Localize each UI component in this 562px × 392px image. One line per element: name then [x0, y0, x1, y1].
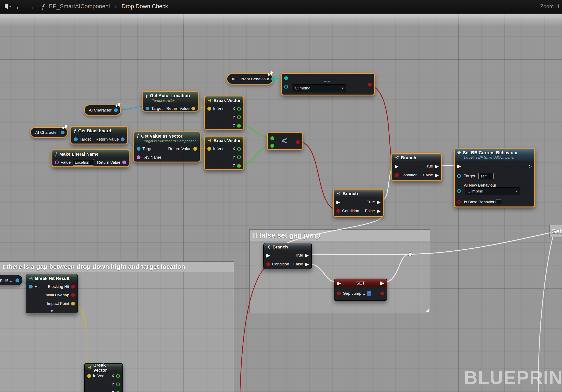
breadcrumb-root[interactable]: BP_SmartAIComponent [49, 3, 110, 10]
z-pin[interactable] [116, 391, 120, 392]
output-pin-bool[interactable] [368, 83, 372, 87]
initial-overlap-pin[interactable] [71, 293, 75, 297]
node-header[interactable]: ƒ Get Blackboard [71, 127, 127, 135]
true-exec-pin[interactable]: ▶ [435, 164, 439, 169]
node-header[interactable]: Break Hit Result [26, 274, 77, 282]
output-pin-enum[interactable] [271, 77, 275, 81]
false-exec-pin[interactable]: ▶ [435, 173, 439, 178]
behaviour-dropdown[interactable]: Climbing ▾ [465, 187, 520, 195]
node-branch-upper[interactable]: Branch ▶ True ▶ Condition False ▶ [392, 153, 442, 181]
node-header[interactable]: ▶ SET ▶ [335, 279, 387, 287]
exec-out-pin[interactable]: ▷ [528, 164, 532, 168]
node-get-blackboard[interactable]: ƒ Get Blackboard Target Return Value [71, 126, 128, 144]
condition-pin[interactable] [336, 209, 340, 213]
node-header[interactable]: ƒ Make Literal Name [52, 150, 129, 158]
x-pin[interactable] [116, 374, 120, 378]
comment-resize-handle[interactable] [425, 308, 429, 312]
node-header[interactable]: Break Vector [85, 364, 122, 372]
condition-pin[interactable] [266, 262, 270, 266]
output-pin-object[interactable] [15, 278, 19, 282]
z-pin[interactable] [237, 164, 241, 168]
node-header[interactable]: Branch [334, 190, 383, 198]
target-pin[interactable] [74, 137, 78, 141]
value-pin[interactable] [55, 160, 59, 164]
node-header[interactable]: ƒ Get Actor Location Target is Actor [143, 92, 198, 104]
y-pin[interactable] [237, 155, 241, 159]
true-exec-pin[interactable]: ▶ [305, 253, 309, 258]
gap-jump-pin[interactable] [337, 291, 341, 295]
enum-dropdown[interactable]: Climbing ▾ [292, 84, 346, 92]
value-text-input[interactable]: Location [73, 159, 94, 166]
node-header[interactable]: ƒ Get Value as Vector Target is Blackboa… [134, 132, 200, 145]
return-value-pin[interactable] [121, 137, 125, 141]
in-vec-pin[interactable] [207, 147, 211, 151]
node-less-than[interactable]: < [267, 133, 303, 150]
input-pin-enum-b[interactable] [284, 85, 288, 89]
gap-jump-checkbox[interactable]: ✓ [367, 291, 371, 296]
return-value-pin[interactable] [193, 147, 197, 151]
false-exec-pin[interactable]: ▶ [377, 209, 381, 213]
back-button[interactable]: ← [15, 2, 23, 11]
y-pin[interactable] [237, 115, 241, 119]
node-set-bb-current-behaviour[interactable]: ❖ Set BB Current Behaviour Target is BP … [454, 149, 535, 207]
node-header[interactable]: Break Vector [205, 96, 244, 104]
node-drop-down-hit-partial[interactable]: Down Hit L [0, 275, 22, 285]
node-break-vector-2[interactable]: Break Vector In Vec X Y Z [204, 136, 244, 170]
ai-new-behaviour-pin[interactable] [457, 189, 461, 193]
node-break-vector-1[interactable]: Break Vector In Vec X Y Z [204, 96, 244, 130]
node-break-hit-result[interactable]: Break Hit Result Hit Blocking Hit Initia… [26, 274, 78, 313]
return-value-pin[interactable] [122, 160, 126, 164]
hit-pin[interactable] [29, 285, 33, 289]
y-pin[interactable] [116, 382, 120, 386]
return-value-pin[interactable] [191, 107, 195, 111]
input-pin-enum-a[interactable] [284, 76, 288, 80]
node-header[interactable]: Break Vector [205, 136, 244, 145]
node-header[interactable]: ❖ Set BB Current Behaviour Target is BP … [455, 149, 534, 161]
node-get-actor-location[interactable]: ƒ Get Actor Location Target is Actor Tar… [143, 91, 198, 111]
output-pin-bool[interactable] [380, 291, 384, 295]
output-pin-object[interactable] [114, 108, 118, 112]
comment-set-partial[interactable]: Set [549, 225, 562, 237]
node-get-value-as-vector[interactable]: ƒ Get Value as Vector Target is Blackboa… [134, 132, 200, 162]
exec-in-pin[interactable]: ▶ [395, 164, 398, 169]
exec-out-pin[interactable]: ▶ [380, 281, 384, 286]
exec-in-pin[interactable]: ▶ [266, 253, 270, 258]
node-equal-enum[interactable]: == Climbing ▾ [281, 73, 375, 95]
false-exec-pin[interactable]: ▶ [305, 262, 309, 267]
forward-button[interactable]: → [27, 2, 35, 11]
exec-in-pin[interactable]: ▶ [337, 281, 341, 286]
input-pin-a[interactable] [270, 136, 274, 140]
node-header[interactable]: Branch [392, 154, 441, 162]
node-ai-character-2[interactable]: AI Character [31, 127, 68, 138]
output-pin-bool[interactable] [296, 140, 300, 144]
target-pin[interactable] [146, 107, 149, 111]
node-ai-current-behaviour[interactable]: AI Current Behaviour [227, 74, 273, 84]
node-break-vector-3[interactable]: Break Vector In Vec X Y Z [84, 363, 123, 392]
node-make-literal-name[interactable]: ƒ Make Literal Name Value Location Retur… [52, 150, 129, 167]
z-pin[interactable] [237, 124, 241, 128]
is-base-behaviour-checkbox[interactable] [496, 200, 501, 204]
key-name-pin[interactable] [137, 155, 140, 159]
node-header[interactable]: Branch [264, 243, 311, 251]
node-branch-lower[interactable]: Branch ▶ True ▶ Condition False ▶ [333, 189, 384, 217]
target-value-input[interactable]: self [478, 173, 494, 179]
x-pin[interactable] [237, 107, 241, 111]
node-set-gap-jump[interactable]: ▶ SET ▶ Gap Jump L ✓ [334, 279, 387, 301]
impact-point-pin[interactable] [71, 302, 75, 305]
blocking-hit-pin[interactable] [71, 285, 75, 289]
exec-in-pin[interactable]: ▶ [457, 164, 461, 168]
in-vec-pin[interactable] [87, 374, 91, 378]
output-pin-object[interactable] [61, 131, 65, 134]
expand-chevron-icon[interactable]: ▾ [26, 308, 77, 314]
is-base-behaviour-pin[interactable] [457, 200, 461, 204]
input-pin-b[interactable] [270, 144, 274, 148]
target-pin[interactable] [457, 174, 461, 178]
node-branch-gap-jump[interactable]: Branch ▶ True ▶ Condition False ▶ [263, 243, 312, 269]
bookmark-button[interactable]: ▾ [4, 4, 11, 10]
x-pin[interactable] [237, 147, 241, 151]
target-pin[interactable] [137, 147, 140, 151]
exec-in-pin[interactable]: ▶ [336, 200, 340, 205]
node-ai-character-1[interactable]: AI Character [84, 105, 121, 115]
comment-header[interactable]: t there is a gap between drop down hight… [0, 262, 234, 272]
condition-pin[interactable] [395, 173, 398, 177]
